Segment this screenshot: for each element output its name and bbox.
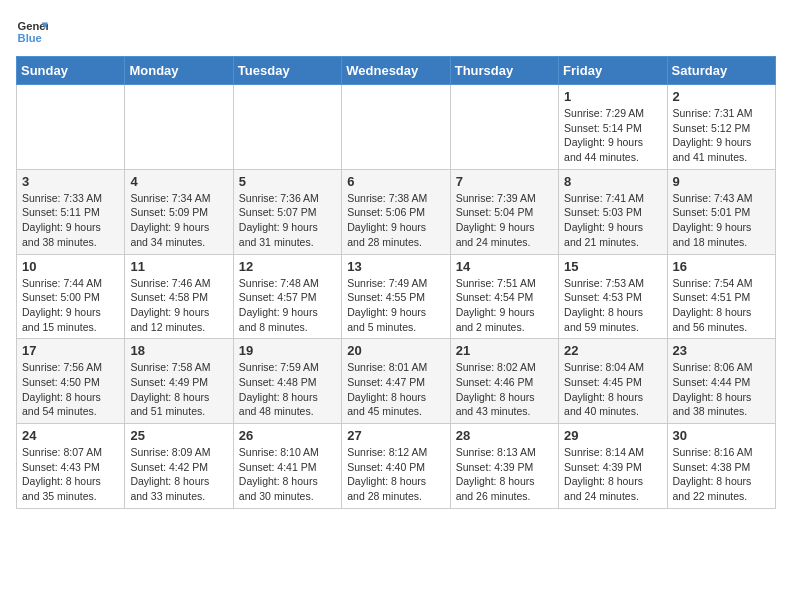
cell-content: Sunrise: 7:44 AM Sunset: 5:00 PM Dayligh… (22, 276, 119, 335)
cell-content: Sunrise: 7:39 AM Sunset: 5:04 PM Dayligh… (456, 191, 553, 250)
day-number: 4 (130, 174, 227, 189)
day-number: 25 (130, 428, 227, 443)
logo: General Blue (16, 16, 48, 48)
week-row-3: 10Sunrise: 7:44 AM Sunset: 5:00 PM Dayli… (17, 254, 776, 339)
calendar-cell: 24Sunrise: 8:07 AM Sunset: 4:43 PM Dayli… (17, 424, 125, 509)
calendar-cell: 29Sunrise: 8:14 AM Sunset: 4:39 PM Dayli… (559, 424, 667, 509)
calendar-cell: 5Sunrise: 7:36 AM Sunset: 5:07 PM Daylig… (233, 169, 341, 254)
cell-content: Sunrise: 8:09 AM Sunset: 4:42 PM Dayligh… (130, 445, 227, 504)
cell-content: Sunrise: 8:13 AM Sunset: 4:39 PM Dayligh… (456, 445, 553, 504)
week-row-2: 3Sunrise: 7:33 AM Sunset: 5:11 PM Daylig… (17, 169, 776, 254)
weekday-sunday: Sunday (17, 57, 125, 85)
calendar-cell: 12Sunrise: 7:48 AM Sunset: 4:57 PM Dayli… (233, 254, 341, 339)
cell-content: Sunrise: 8:12 AM Sunset: 4:40 PM Dayligh… (347, 445, 444, 504)
weekday-wednesday: Wednesday (342, 57, 450, 85)
cell-content: Sunrise: 7:53 AM Sunset: 4:53 PM Dayligh… (564, 276, 661, 335)
calendar-cell: 26Sunrise: 8:10 AM Sunset: 4:41 PM Dayli… (233, 424, 341, 509)
weekday-thursday: Thursday (450, 57, 558, 85)
day-number: 12 (239, 259, 336, 274)
day-number: 19 (239, 343, 336, 358)
day-number: 15 (564, 259, 661, 274)
calendar-cell: 22Sunrise: 8:04 AM Sunset: 4:45 PM Dayli… (559, 339, 667, 424)
weekday-header-row: SundayMondayTuesdayWednesdayThursdayFrid… (17, 57, 776, 85)
calendar-cell (233, 85, 341, 170)
day-number: 18 (130, 343, 227, 358)
day-number: 22 (564, 343, 661, 358)
calendar-cell: 11Sunrise: 7:46 AM Sunset: 4:58 PM Dayli… (125, 254, 233, 339)
calendar-cell (342, 85, 450, 170)
calendar-cell: 15Sunrise: 7:53 AM Sunset: 4:53 PM Dayli… (559, 254, 667, 339)
weekday-friday: Friday (559, 57, 667, 85)
day-number: 11 (130, 259, 227, 274)
cell-content: Sunrise: 8:04 AM Sunset: 4:45 PM Dayligh… (564, 360, 661, 419)
calendar-cell: 23Sunrise: 8:06 AM Sunset: 4:44 PM Dayli… (667, 339, 775, 424)
day-number: 2 (673, 89, 770, 104)
calendar-cell: 27Sunrise: 8:12 AM Sunset: 4:40 PM Dayli… (342, 424, 450, 509)
day-number: 23 (673, 343, 770, 358)
cell-content: Sunrise: 7:31 AM Sunset: 5:12 PM Dayligh… (673, 106, 770, 165)
logo-icon: General Blue (16, 16, 48, 48)
calendar-cell: 16Sunrise: 7:54 AM Sunset: 4:51 PM Dayli… (667, 254, 775, 339)
cell-content: Sunrise: 7:51 AM Sunset: 4:54 PM Dayligh… (456, 276, 553, 335)
day-number: 20 (347, 343, 444, 358)
day-number: 29 (564, 428, 661, 443)
cell-content: Sunrise: 7:59 AM Sunset: 4:48 PM Dayligh… (239, 360, 336, 419)
calendar-body: 1Sunrise: 7:29 AM Sunset: 5:14 PM Daylig… (17, 85, 776, 509)
day-number: 28 (456, 428, 553, 443)
calendar-table: SundayMondayTuesdayWednesdayThursdayFrid… (16, 56, 776, 509)
cell-content: Sunrise: 8:07 AM Sunset: 4:43 PM Dayligh… (22, 445, 119, 504)
calendar-cell: 9Sunrise: 7:43 AM Sunset: 5:01 PM Daylig… (667, 169, 775, 254)
day-number: 27 (347, 428, 444, 443)
day-number: 5 (239, 174, 336, 189)
week-row-4: 17Sunrise: 7:56 AM Sunset: 4:50 PM Dayli… (17, 339, 776, 424)
page-header: General Blue (16, 16, 776, 48)
day-number: 9 (673, 174, 770, 189)
calendar-cell (17, 85, 125, 170)
cell-content: Sunrise: 8:10 AM Sunset: 4:41 PM Dayligh… (239, 445, 336, 504)
cell-content: Sunrise: 7:54 AM Sunset: 4:51 PM Dayligh… (673, 276, 770, 335)
cell-content: Sunrise: 7:56 AM Sunset: 4:50 PM Dayligh… (22, 360, 119, 419)
calendar-cell: 1Sunrise: 7:29 AM Sunset: 5:14 PM Daylig… (559, 85, 667, 170)
calendar-cell: 2Sunrise: 7:31 AM Sunset: 5:12 PM Daylig… (667, 85, 775, 170)
week-row-1: 1Sunrise: 7:29 AM Sunset: 5:14 PM Daylig… (17, 85, 776, 170)
calendar-cell: 17Sunrise: 7:56 AM Sunset: 4:50 PM Dayli… (17, 339, 125, 424)
day-number: 10 (22, 259, 119, 274)
cell-content: Sunrise: 7:46 AM Sunset: 4:58 PM Dayligh… (130, 276, 227, 335)
day-number: 17 (22, 343, 119, 358)
weekday-tuesday: Tuesday (233, 57, 341, 85)
calendar-cell: 20Sunrise: 8:01 AM Sunset: 4:47 PM Dayli… (342, 339, 450, 424)
cell-content: Sunrise: 7:43 AM Sunset: 5:01 PM Dayligh… (673, 191, 770, 250)
day-number: 24 (22, 428, 119, 443)
cell-content: Sunrise: 7:33 AM Sunset: 5:11 PM Dayligh… (22, 191, 119, 250)
calendar-cell (125, 85, 233, 170)
calendar-cell: 10Sunrise: 7:44 AM Sunset: 5:00 PM Dayli… (17, 254, 125, 339)
cell-content: Sunrise: 7:34 AM Sunset: 5:09 PM Dayligh… (130, 191, 227, 250)
day-number: 21 (456, 343, 553, 358)
day-number: 30 (673, 428, 770, 443)
cell-content: Sunrise: 7:36 AM Sunset: 5:07 PM Dayligh… (239, 191, 336, 250)
calendar-cell: 28Sunrise: 8:13 AM Sunset: 4:39 PM Dayli… (450, 424, 558, 509)
calendar-cell: 21Sunrise: 8:02 AM Sunset: 4:46 PM Dayli… (450, 339, 558, 424)
calendar-cell: 25Sunrise: 8:09 AM Sunset: 4:42 PM Dayli… (125, 424, 233, 509)
day-number: 6 (347, 174, 444, 189)
calendar-cell: 19Sunrise: 7:59 AM Sunset: 4:48 PM Dayli… (233, 339, 341, 424)
cell-content: Sunrise: 8:14 AM Sunset: 4:39 PM Dayligh… (564, 445, 661, 504)
day-number: 14 (456, 259, 553, 274)
svg-text:General: General (18, 20, 48, 32)
day-number: 8 (564, 174, 661, 189)
calendar-cell: 18Sunrise: 7:58 AM Sunset: 4:49 PM Dayli… (125, 339, 233, 424)
calendar-cell: 6Sunrise: 7:38 AM Sunset: 5:06 PM Daylig… (342, 169, 450, 254)
day-number: 1 (564, 89, 661, 104)
svg-text:Blue: Blue (18, 32, 42, 44)
day-number: 13 (347, 259, 444, 274)
day-number: 26 (239, 428, 336, 443)
calendar-cell: 14Sunrise: 7:51 AM Sunset: 4:54 PM Dayli… (450, 254, 558, 339)
week-row-5: 24Sunrise: 8:07 AM Sunset: 4:43 PM Dayli… (17, 424, 776, 509)
cell-content: Sunrise: 8:06 AM Sunset: 4:44 PM Dayligh… (673, 360, 770, 419)
cell-content: Sunrise: 8:16 AM Sunset: 4:38 PM Dayligh… (673, 445, 770, 504)
calendar-cell: 8Sunrise: 7:41 AM Sunset: 5:03 PM Daylig… (559, 169, 667, 254)
cell-content: Sunrise: 7:38 AM Sunset: 5:06 PM Dayligh… (347, 191, 444, 250)
calendar-cell: 30Sunrise: 8:16 AM Sunset: 4:38 PM Dayli… (667, 424, 775, 509)
day-number: 7 (456, 174, 553, 189)
calendar-cell: 7Sunrise: 7:39 AM Sunset: 5:04 PM Daylig… (450, 169, 558, 254)
